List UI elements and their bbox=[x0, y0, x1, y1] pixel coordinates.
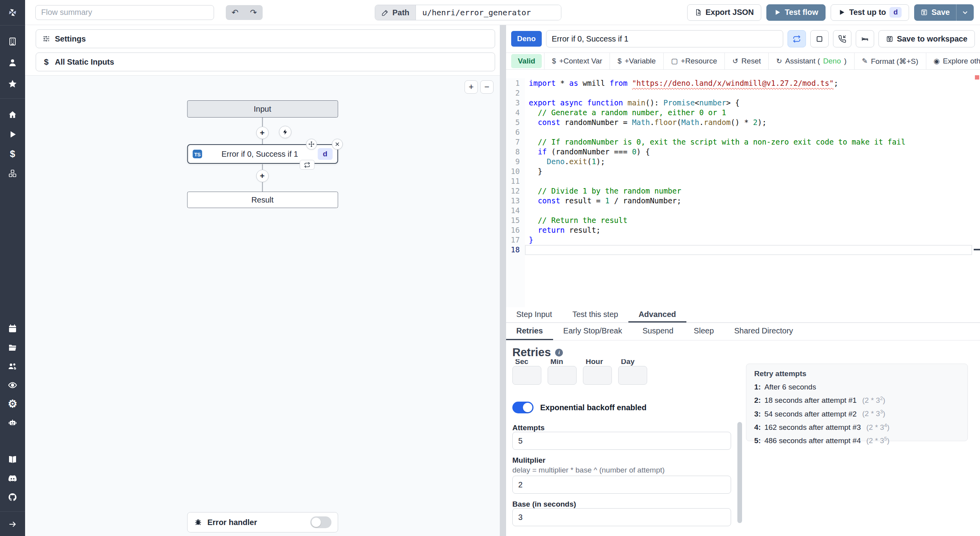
export-json-button[interactable]: Export JSON bbox=[687, 4, 761, 21]
toolbar-resource-button[interactable]: ▢+Resource bbox=[664, 53, 724, 69]
discord-icon[interactable] bbox=[0, 469, 25, 488]
settings-gear-icon[interactable]: ⚙ bbox=[0, 395, 25, 413]
app-sidebar: $ ⚙ bbox=[0, 0, 25, 536]
trigger-bolt-button[interactable] bbox=[279, 126, 291, 138]
panel-splitter[interactable] bbox=[500, 25, 506, 536]
redo-button[interactable]: ↷ bbox=[244, 5, 263, 20]
tab-step-input[interactable]: Step Input bbox=[506, 307, 562, 322]
path-input[interactable] bbox=[416, 5, 561, 20]
flow-summary-input[interactable] bbox=[35, 5, 214, 20]
base-input[interactable] bbox=[512, 508, 731, 526]
sliders-icon bbox=[42, 35, 50, 43]
editor-toolbar-buttons: $+Context Var$+Variable▢+Resource↺Reset↻… bbox=[544, 53, 980, 69]
editor-toolbar: Valid $+Context Var$+Variable▢+Resource↺… bbox=[506, 53, 980, 70]
sleep-button[interactable] bbox=[856, 30, 874, 47]
folders-icon[interactable] bbox=[0, 338, 25, 357]
typescript-badge: TS bbox=[192, 150, 202, 158]
stop-early-button[interactable] bbox=[810, 30, 829, 47]
flow-settings-row[interactable]: Settings bbox=[36, 29, 495, 48]
info-icon[interactable]: i bbox=[555, 349, 563, 357]
sec-input[interactable] bbox=[512, 366, 541, 385]
groups-users-icon[interactable] bbox=[0, 357, 25, 376]
attempts-input[interactable] bbox=[512, 432, 731, 450]
add-step-button[interactable]: + bbox=[256, 127, 269, 139]
tab-advanced[interactable]: Advanced bbox=[628, 307, 686, 322]
flow-graph: Input + TS Error if 0, Success if 1 d bbox=[187, 76, 338, 240]
toolbar-assistant-button[interactable]: ↻Assistant (Deno) bbox=[769, 53, 854, 69]
save-button[interactable]: Save bbox=[914, 4, 956, 21]
scrollbar[interactable] bbox=[737, 422, 742, 523]
save-dropdown-button[interactable] bbox=[956, 4, 974, 21]
schedules-calendar-icon[interactable] bbox=[0, 319, 25, 338]
editor-code: import * as wmill from "https://deno.lan… bbox=[529, 78, 980, 255]
path-field: Path bbox=[375, 5, 561, 20]
play-icon bbox=[774, 9, 781, 16]
overview-ruler bbox=[974, 70, 980, 307]
retries-toggle-button[interactable] bbox=[788, 30, 806, 47]
error-handler-toggle[interactable] bbox=[310, 516, 331, 528]
toolbar-variable-button[interactable]: $+Variable bbox=[610, 53, 663, 69]
variables-dollar-icon[interactable]: $ bbox=[0, 144, 25, 164]
delete-step-button[interactable] bbox=[332, 139, 343, 150]
audit-eye-icon[interactable] bbox=[0, 376, 25, 395]
retry-attempt-item: 4:162 seconds after attempt #3(2 * 34) bbox=[754, 420, 960, 433]
retry-time-inputs bbox=[512, 366, 647, 385]
add-step-button[interactable]: + bbox=[256, 170, 269, 182]
min-input[interactable] bbox=[548, 366, 577, 385]
expand-arrow-right-icon[interactable] bbox=[0, 515, 25, 534]
multiplier-input[interactable] bbox=[512, 476, 731, 494]
undo-redo-group: ↶ ↷ bbox=[226, 5, 263, 20]
input-node[interactable]: Input bbox=[187, 100, 338, 118]
exponential-backoff-toggle[interactable] bbox=[512, 402, 534, 413]
save-floppy-icon bbox=[920, 9, 928, 16]
editor-code-area[interactable]: import * as wmill from "https://deno.lan… bbox=[525, 78, 980, 307]
save-floppy-icon bbox=[886, 35, 893, 43]
zoom-in-button[interactable]: + bbox=[465, 80, 478, 94]
github-icon[interactable] bbox=[0, 488, 25, 507]
subtab-sleep[interactable]: Sleep bbox=[684, 323, 724, 340]
flow-canvas[interactable]: + − Input + TS Error if 0, Suc bbox=[25, 75, 500, 536]
eye-icon: ◉ bbox=[934, 57, 940, 65]
test-up-to-button[interactable]: Test up to d bbox=[831, 4, 909, 21]
undo-button[interactable]: ↶ bbox=[226, 5, 244, 20]
move-step-handle[interactable] bbox=[306, 139, 317, 150]
retry-time-labels: Sec Min Hour Day bbox=[512, 359, 647, 366]
result-node[interactable]: Result bbox=[187, 192, 338, 208]
all-static-inputs-row[interactable]: $ All Static Inputs bbox=[36, 53, 495, 71]
home-icon[interactable] bbox=[0, 105, 25, 125]
step-node-label: Error if 0, Success if 1 bbox=[202, 150, 318, 159]
code-editor[interactable]: 123456789101112131415161718 import * as … bbox=[506, 70, 980, 307]
save-to-workspace-button[interactable]: Save to workspace bbox=[878, 30, 975, 47]
square-icon bbox=[815, 35, 824, 43]
toolbar-format-button[interactable]: ✎Format (⌘+S) bbox=[855, 53, 926, 69]
assistant-icon: ↻ bbox=[776, 57, 782, 65]
step-name-input[interactable] bbox=[546, 30, 783, 47]
hour-input[interactable] bbox=[583, 366, 612, 385]
favorites-star-icon[interactable] bbox=[0, 73, 25, 94]
day-input[interactable] bbox=[618, 366, 647, 385]
subtab-shared-directory[interactable]: Shared Directory bbox=[724, 323, 803, 340]
subtab-suspend[interactable]: Suspend bbox=[632, 323, 684, 340]
user-icon[interactable] bbox=[0, 52, 25, 73]
error-handler-row[interactable]: Error handler bbox=[187, 512, 338, 532]
suspend-button[interactable] bbox=[833, 30, 851, 47]
workspace-building-icon[interactable] bbox=[0, 31, 25, 52]
multiplier-label: Mulitplier bbox=[512, 456, 545, 465]
test-flow-button[interactable]: Test flow bbox=[766, 4, 826, 21]
docs-book-icon[interactable] bbox=[0, 450, 25, 469]
subtab-early-stop[interactable]: Early Stop/Break bbox=[553, 323, 632, 340]
toolbar-explore-button[interactable]: ◉Explore other s bbox=[926, 53, 980, 69]
subtab-retries[interactable]: Retries bbox=[506, 323, 553, 340]
retry-indicator-button[interactable] bbox=[299, 160, 314, 170]
resources-boxes-icon[interactable] bbox=[0, 164, 25, 183]
toolbar-reset-button[interactable]: ↺Reset bbox=[725, 53, 768, 69]
language-badge: Deno bbox=[511, 31, 542, 47]
windmill-logo-icon[interactable] bbox=[0, 0, 25, 25]
retry-attempt-item: 2:18 seconds after attempt #1(2 * 32) bbox=[754, 393, 960, 406]
zoom-out-button[interactable]: − bbox=[480, 80, 494, 94]
tab-test-this-step[interactable]: Test this step bbox=[562, 307, 628, 322]
retry-attempts-panel: Retry attempts 1:After 6 seconds2:18 sec… bbox=[746, 364, 968, 441]
toolbar-context-var-button[interactable]: $+Context Var bbox=[544, 53, 610, 69]
runs-play-icon[interactable] bbox=[0, 125, 25, 144]
workers-robot-icon[interactable] bbox=[0, 413, 25, 432]
